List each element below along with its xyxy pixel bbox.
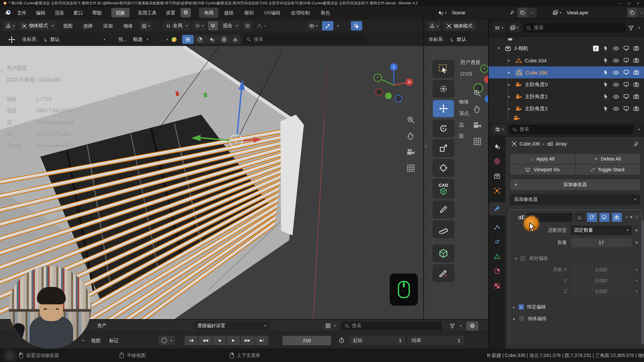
scene-name-field[interactable]: Scene: [449, 8, 517, 17]
overlays-toggle[interactable]: [351, 21, 362, 31]
tool-move[interactable]: [433, 100, 454, 117]
toolbar-collapse-arrow[interactable]: ‹: [1, 67, 3, 74]
menu-file[interactable]: 文件: [13, 8, 31, 17]
expander-icon[interactable]: ▸: [508, 82, 510, 87]
selectable-icon[interactable]: [603, 69, 609, 75]
delete-all-button[interactable]: ×Delete All: [576, 154, 640, 164]
tab-physics-properties[interactable]: [494, 238, 500, 245]
import-method-dropdown[interactable]: 遵循偏好设置 ▾: [194, 321, 269, 330]
navigation-gizmo[interactable]: Z Y X: [369, 57, 419, 107]
outliner-row-camera[interactable]: ▸ 主卧角度0: [489, 78, 644, 90]
fit-type-dropdown[interactable]: 固定数量 ▾: [571, 226, 632, 235]
proportional-edit-toggle[interactable]: [243, 21, 253, 31]
menu-object[interactable]: 物体: [119, 21, 137, 31]
mode-dropdown[interactable]: 物体模式 ▾: [18, 21, 57, 31]
snap-mode-dropdown[interactable]: 混合 ▾: [220, 21, 241, 31]
perspective-grid-icon[interactable]: [407, 164, 415, 173]
outliner-row-object-selected[interactable]: ▸ Cube.336: [489, 66, 644, 78]
tool-transform[interactable]: [433, 159, 454, 177]
animate-dot[interactable]: [636, 229, 638, 231]
menu-utilities[interactable]: 实用工具: [133, 8, 161, 17]
tool-cursor[interactable]: [433, 80, 454, 98]
collection-checkbox[interactable]: ✓: [593, 46, 599, 51]
viewlayer-copy-button[interactable]: [627, 8, 637, 17]
workspace-tab-layout[interactable]: 布局: [199, 8, 218, 18]
collection-visibility-dropdown[interactable]: ▾: [139, 21, 152, 31]
object-offset-expander[interactable]: ▸: [513, 317, 515, 321]
menu-settings[interactable]: 设置: [162, 8, 180, 17]
scene-unlink-button[interactable]: ×: [528, 8, 537, 17]
constant-offset-expander[interactable]: ▸: [513, 305, 515, 309]
relative-offset-expander[interactable]: ▾: [515, 257, 517, 260]
gizmo-toggle[interactable]: [322, 21, 333, 31]
hide-eye-icon[interactable]: [613, 81, 619, 88]
render-disable-icon[interactable]: [633, 69, 639, 75]
expander-icon[interactable]: ▸: [508, 70, 510, 75]
tab-world-properties[interactable]: [494, 158, 500, 165]
render-disable-icon[interactable]: [633, 57, 639, 63]
tab-viewlayer-properties[interactable]: [494, 173, 500, 179]
perspective-grid-icon[interactable]: [473, 137, 482, 146]
prev-keyframe-button[interactable]: ◀◀: [199, 336, 212, 345]
count-field[interactable]: 17: [571, 238, 632, 247]
breadcrumb-object[interactable]: Cube.336: [520, 141, 540, 146]
hide-eye-icon[interactable]: [613, 69, 619, 76]
jump-start-button[interactable]: |◀: [184, 336, 198, 345]
add-modifier-dropdown[interactable]: 添加修改器 ▾: [510, 194, 640, 205]
play-reverse-button[interactable]: ◀: [213, 336, 226, 345]
properties-search-field[interactable]: 搜索: [509, 125, 634, 134]
zoom-icon[interactable]: [473, 89, 482, 98]
menu-add[interactable]: 添加: [99, 21, 117, 31]
outliner-row-object[interactable]: ▸ Cube.334: [489, 54, 644, 66]
render-disable-icon[interactable]: [633, 106, 639, 112]
workspace-tab-shading[interactable]: 着色: [316, 8, 335, 18]
gizmo-neg-x-axis[interactable]: [376, 88, 382, 95]
outliner-search-field[interactable]: 搜索: [523, 23, 626, 33]
outliner-row-camera[interactable]: ▸ 主卧角度2: [489, 103, 644, 115]
display-mode-button[interactable]: ▾: [323, 321, 338, 330]
viewport-disable-icon[interactable]: [623, 45, 629, 51]
render-disable-icon[interactable]: [633, 81, 639, 87]
properties-scrollbar[interactable]: [642, 220, 644, 344]
menu-help[interactable]: 帮助: [88, 8, 106, 17]
modifier-render-toggle[interactable]: [612, 213, 622, 222]
selectable-icon[interactable]: [603, 57, 609, 63]
jump-end-button[interactable]: ▶|: [255, 336, 268, 345]
factor-x-field[interactable]: 0.000: [571, 265, 632, 275]
outliner-row-clipped[interactable]: [489, 37, 644, 42]
expander-icon[interactable]: ▸: [508, 107, 510, 111]
tab-object-properties[interactable]: [494, 187, 500, 194]
play-button[interactable]: ▶: [227, 336, 240, 345]
mode-dropdown[interactable]: 物体模式: [443, 21, 476, 31]
workspace-tab-uv[interactable]: UV编辑: [259, 8, 285, 18]
modifier-editmode-toggle[interactable]: [575, 213, 585, 222]
pan-hand-icon[interactable]: [473, 105, 482, 114]
scene-type-dropdown[interactable]: ▾: [436, 8, 449, 17]
gizmo-neg-z-axis[interactable]: [395, 95, 402, 102]
camera-view-icon[interactable]: [473, 121, 482, 130]
factor-y-field[interactable]: 0.000: [571, 276, 632, 285]
expander-icon[interactable]: ▸: [508, 58, 510, 63]
hide-eye-icon[interactable]: [613, 57, 619, 64]
gizmo-dropdown-chevron[interactable]: ▾: [337, 24, 339, 27]
tab-scene-properties[interactable]: [494, 143, 500, 150]
outliner-display-dropdown[interactable]: ▾: [508, 23, 521, 33]
gizmo-neg-y-axis[interactable]: [385, 93, 392, 99]
blender-app-icon[interactable]: [3, 9, 12, 16]
frame-start-field[interactable]: 起始 1: [349, 336, 406, 345]
selectable-icon[interactable]: [603, 81, 609, 87]
pin-icon[interactable]: [509, 10, 514, 15]
viewport-disable-icon[interactable]: [623, 57, 629, 63]
asset-settings-button[interactable]: ⚙: [466, 321, 478, 330]
modifier-onspot-toggle[interactable]: [587, 213, 597, 222]
zoom-icon[interactable]: [407, 116, 415, 124]
workspace-tab-modeling[interactable]: 建模: [219, 8, 238, 18]
menu-select[interactable]: 选择: [79, 21, 97, 31]
properties-options-chevron[interactable]: ▾: [638, 128, 640, 131]
material-preview-sphere-icon[interactable]: [171, 36, 177, 43]
modifier-close-button[interactable]: ×: [630, 214, 633, 220]
hide-eye-icon[interactable]: [613, 94, 619, 100]
selectable-icon[interactable]: [603, 45, 609, 51]
modifier-drag-handle[interactable]: ⠿: [635, 215, 638, 220]
workspace-tab-sculpt[interactable]: 雕刻: [239, 8, 259, 18]
